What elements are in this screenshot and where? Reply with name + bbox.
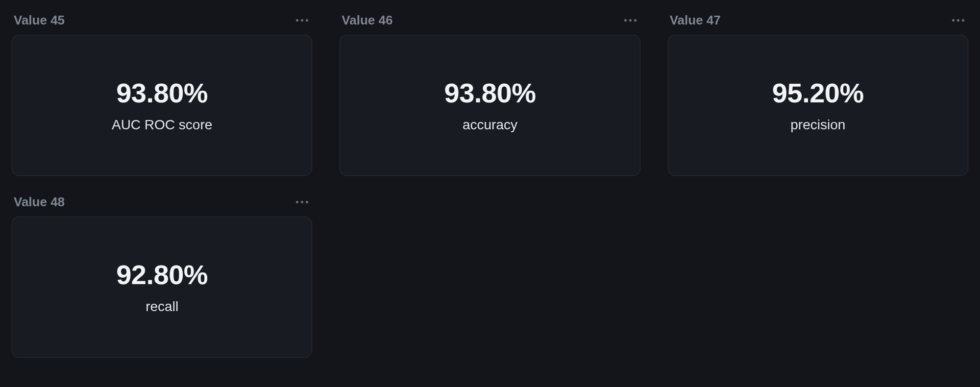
more-horizontal-icon	[952, 19, 964, 22]
metric-value: 93.80%	[444, 78, 536, 108]
card-more-button[interactable]	[950, 17, 966, 24]
metrics-grid: Value 45 93.80% AUC ROC score Value 46 9…	[12, 10, 968, 358]
more-horizontal-icon	[296, 201, 308, 203]
metric-card: 92.80% recall	[12, 217, 312, 358]
card-header: Value 45	[12, 10, 312, 35]
metric-value: 95.20%	[772, 78, 864, 108]
card-header: Value 47	[668, 10, 968, 35]
metric-label: precision	[790, 117, 845, 133]
card-title: Value 48	[14, 194, 65, 210]
metric-label: accuracy	[463, 117, 517, 133]
card-header: Value 48	[12, 192, 312, 217]
more-horizontal-icon	[296, 19, 308, 22]
metric-card: 93.80% AUC ROC score	[12, 35, 312, 176]
metric-card-wrapper: Value 48 92.80% recall	[12, 192, 312, 358]
metric-card-wrapper: Value 46 93.80% accuracy	[340, 10, 640, 176]
metric-value: 93.80%	[116, 78, 208, 108]
metric-label: AUC ROC score	[112, 117, 212, 133]
card-title: Value 46	[342, 13, 392, 28]
metric-value: 92.80%	[116, 260, 208, 290]
card-more-button[interactable]	[294, 17, 310, 24]
metric-card: 95.20% precision	[668, 35, 968, 176]
card-title: Value 47	[670, 13, 721, 28]
metric-card-wrapper: Value 47 95.20% precision	[668, 10, 968, 176]
metric-label: recall	[146, 299, 178, 314]
metric-card: 93.80% accuracy	[340, 35, 640, 176]
card-more-button[interactable]	[622, 17, 638, 24]
card-more-button[interactable]	[294, 199, 310, 205]
card-title: Value 45	[14, 13, 65, 28]
more-horizontal-icon	[624, 19, 637, 22]
card-header: Value 46	[340, 10, 640, 35]
metric-card-wrapper: Value 45 93.80% AUC ROC score	[12, 10, 312, 176]
